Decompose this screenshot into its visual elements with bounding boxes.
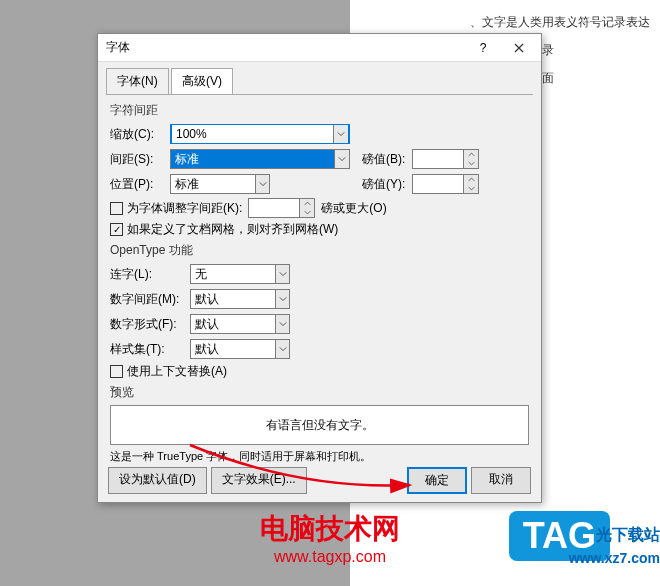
font-dialog: 字体 ? 字体(N) 高级(V) 字符间距 缩放(C): 间距(S): <box>97 33 542 503</box>
opentype-section: OpenType 功能 连字(L): 数字间距(M): 数字形式(F): <box>110 242 529 380</box>
spacing-input[interactable] <box>171 150 334 168</box>
scale-label: 缩放(C): <box>110 126 170 143</box>
ligature-combo[interactable] <box>190 264 290 284</box>
titlebar: 字体 ? <box>98 34 541 62</box>
spacing-label: 间距(S): <box>110 151 170 168</box>
spacing-combo[interactable] <box>170 149 350 169</box>
tab-font[interactable]: 字体(N) <box>106 68 169 94</box>
spinner-down-icon[interactable] <box>300 208 314 217</box>
spinner-down-icon[interactable] <box>464 159 478 168</box>
spinner-up-icon[interactable] <box>464 175 478 184</box>
ligature-label: 连字(L): <box>110 266 190 283</box>
spinner-up-icon[interactable] <box>464 150 478 159</box>
chevron-down-icon[interactable] <box>275 340 289 358</box>
text-effects-button[interactable]: 文字效果(E)... <box>211 467 307 494</box>
contextual-checkbox[interactable] <box>110 365 123 378</box>
position-point-spinner[interactable] <box>412 174 479 194</box>
spacing-point-spinner[interactable] <box>412 149 479 169</box>
spinner-up-icon[interactable] <box>300 199 314 208</box>
chevron-down-icon[interactable] <box>275 315 289 333</box>
spacing-point-label: 磅值(B): <box>362 151 412 168</box>
download-site-text: 光下载站 <box>596 525 660 546</box>
scale-input[interactable] <box>172 125 333 143</box>
position-point-label: 磅值(Y): <box>362 176 412 193</box>
watermark-url: www.tagxp.com <box>260 548 400 566</box>
chevron-down-icon[interactable] <box>275 265 289 283</box>
chevron-down-icon[interactable] <box>334 150 349 168</box>
grid-checkbox[interactable] <box>110 223 123 236</box>
watermark: 电脑技术网 www.tagxp.com <box>260 510 400 566</box>
numspacing-input[interactable] <box>191 290 275 308</box>
dialog-title: 字体 <box>106 39 465 56</box>
dialog-content: 字符间距 缩放(C): 间距(S): 磅值(B): <box>98 94 541 476</box>
close-button[interactable] <box>501 36 537 60</box>
ligature-input[interactable] <box>191 265 275 283</box>
cancel-button[interactable]: 取消 <box>471 467 531 494</box>
download-site-url: www.xz7.com <box>569 550 660 566</box>
kerning-unit-label: 磅或更大(O) <box>321 200 386 217</box>
close-icon <box>514 43 524 53</box>
tab-strip: 字体(N) 高级(V) <box>98 62 541 94</box>
dialog-button-row: 设为默认值(D) 文字效果(E)... 确定 取消 <box>108 467 531 494</box>
section-label: 字符间距 <box>110 102 529 119</box>
position-point-input[interactable] <box>413 175 463 193</box>
preview-text: 有语言但没有文字。 <box>266 417 374 434</box>
chevron-down-icon[interactable] <box>333 125 348 143</box>
scale-combo[interactable] <box>170 124 350 144</box>
numform-input[interactable] <box>191 315 275 333</box>
position-combo[interactable] <box>170 174 270 194</box>
kerning-checkbox[interactable] <box>110 202 123 215</box>
styleset-combo[interactable] <box>190 339 290 359</box>
kerning-spinner[interactable] <box>248 198 315 218</box>
styleset-input[interactable] <box>191 340 275 358</box>
tab-advanced[interactable]: 高级(V) <box>171 68 233 94</box>
grid-label: 如果定义了文档网格，则对齐到网格(W) <box>127 221 338 238</box>
numspacing-combo[interactable] <box>190 289 290 309</box>
styleset-label: 样式集(T): <box>110 341 190 358</box>
numspacing-label: 数字间距(M): <box>110 291 190 308</box>
help-button[interactable]: ? <box>465 36 501 60</box>
contextual-label: 使用上下文替换(A) <box>127 363 227 380</box>
preview-label: 预览 <box>110 384 529 401</box>
kerning-label: 为字体调整字间距(K): <box>127 200 242 217</box>
position-label: 位置(P): <box>110 176 170 193</box>
chevron-down-icon[interactable] <box>275 290 289 308</box>
char-spacing-section: 字符间距 缩放(C): 间距(S): 磅值(B): <box>110 102 529 238</box>
preview-box: 有语言但没有文字。 <box>110 405 529 445</box>
position-input[interactable] <box>171 175 255 193</box>
numform-combo[interactable] <box>190 314 290 334</box>
spinner-down-icon[interactable] <box>464 184 478 193</box>
chevron-down-icon[interactable] <box>255 175 269 193</box>
bg-text-line: 、文字是人类用表义符号记录表达 <box>470 8 650 36</box>
kerning-input[interactable] <box>249 199 299 217</box>
spacing-point-input[interactable] <box>413 150 463 168</box>
watermark-title: 电脑技术网 <box>260 510 400 548</box>
set-default-button[interactable]: 设为默认值(D) <box>108 467 207 494</box>
ok-button[interactable]: 确定 <box>407 467 467 494</box>
preview-description: 这是一种 TrueType 字体，同时适用于屏幕和打印机。 <box>110 449 529 464</box>
section-label: OpenType 功能 <box>110 242 529 259</box>
preview-section: 预览 有语言但没有文字。 这是一种 TrueType 字体，同时适用于屏幕和打印… <box>110 384 529 464</box>
numform-label: 数字形式(F): <box>110 316 190 333</box>
